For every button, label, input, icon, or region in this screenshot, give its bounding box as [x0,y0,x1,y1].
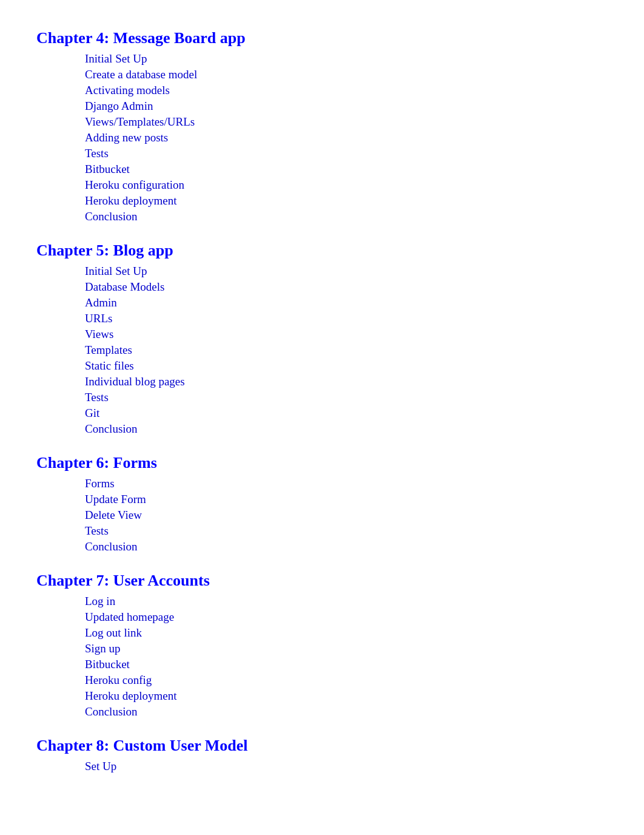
chapter-item-ch7-1[interactable]: Updated homepage [36,609,620,625]
chapter-section-ch7: Chapter 7: User AccountsLog inUpdated ho… [36,572,620,720]
chapter-item-ch5-5[interactable]: Templates [36,342,620,358]
chapter-item-ch4-6[interactable]: Tests [36,146,620,161]
chapter-item-ch4-0[interactable]: Initial Set Up [36,51,620,67]
chapter-item-ch5-8[interactable]: Tests [36,390,620,405]
chapter-title-ch7[interactable]: Chapter 7: User Accounts [36,572,620,590]
chapter-item-ch4-10[interactable]: Conclusion [36,209,620,225]
chapter-section-ch8: Chapter 8: Custom User ModelSet Up [36,737,620,774]
chapter-item-ch6-4[interactable]: Conclusion [36,539,620,555]
chapter-item-ch7-0[interactable]: Log in [36,593,620,609]
chapter-item-ch6-2[interactable]: Delete View [36,507,620,523]
chapter-item-ch4-2[interactable]: Activating models [36,83,620,98]
chapter-title-ch6[interactable]: Chapter 6: Forms [36,454,620,472]
chapter-title-ch4[interactable]: Chapter 4: Message Board app [36,29,620,47]
chapter-item-ch5-3[interactable]: URLs [36,311,620,326]
chapter-section-ch4: Chapter 4: Message Board appInitial Set … [36,29,620,225]
chapter-item-ch7-4[interactable]: Bitbucket [36,657,620,672]
chapter-item-ch6-3[interactable]: Tests [36,523,620,539]
chapter-item-ch5-9[interactable]: Git [36,405,620,421]
chapter-item-ch7-7[interactable]: Conclusion [36,704,620,720]
chapter-item-ch7-3[interactable]: Sign up [36,641,620,657]
chapter-item-ch7-6[interactable]: Heroku deployment [36,688,620,704]
chapter-section-ch6: Chapter 6: FormsFormsUpdate FormDelete V… [36,454,620,555]
chapter-item-ch5-10[interactable]: Conclusion [36,421,620,437]
chapter-item-ch7-2[interactable]: Log out link [36,625,620,641]
chapter-item-ch4-1[interactable]: Create a database model [36,67,620,83]
chapter-section-ch5: Chapter 5: Blog appInitial Set UpDatabas… [36,242,620,437]
chapter-item-ch4-7[interactable]: Bitbucket [36,161,620,177]
chapter-item-ch5-7[interactable]: Individual blog pages [36,374,620,390]
chapter-title-ch5[interactable]: Chapter 5: Blog app [36,242,620,260]
chapter-item-ch6-0[interactable]: Forms [36,476,620,492]
chapter-title-ch8[interactable]: Chapter 8: Custom User Model [36,737,620,755]
chapter-item-ch4-8[interactable]: Heroku configuration [36,177,620,193]
chapter-item-ch5-0[interactable]: Initial Set Up [36,263,620,279]
chapter-item-ch5-2[interactable]: Admin [36,295,620,311]
chapter-item-ch4-3[interactable]: Django Admin [36,98,620,114]
chapter-item-ch4-9[interactable]: Heroku deployment [36,193,620,209]
chapter-item-ch8-0[interactable]: Set Up [36,759,620,774]
chapter-item-ch7-5[interactable]: Heroku config [36,672,620,688]
chapter-item-ch5-1[interactable]: Database Models [36,279,620,295]
chapter-item-ch4-5[interactable]: Adding new posts [36,130,620,146]
chapter-item-ch5-4[interactable]: Views [36,326,620,342]
chapter-item-ch4-4[interactable]: Views/Templates/URLs [36,114,620,130]
chapter-item-ch6-1[interactable]: Update Form [36,492,620,507]
chapter-item-ch5-6[interactable]: Static files [36,358,620,374]
toc-container: Chapter 4: Message Board appInitial Set … [36,29,620,774]
